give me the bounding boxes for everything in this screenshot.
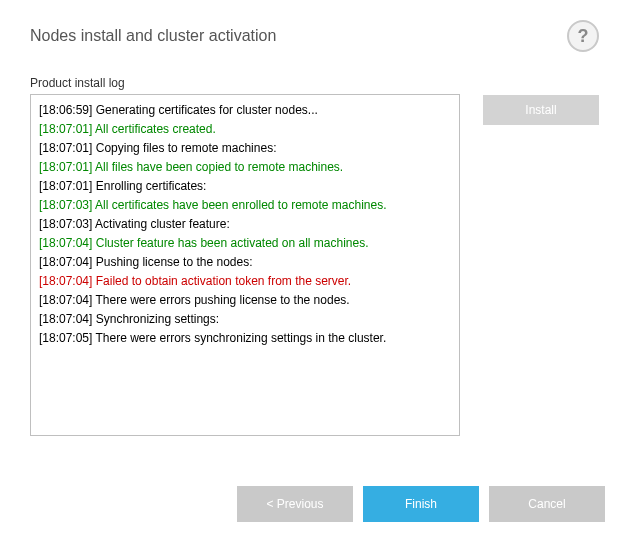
log-line: [18:07:01] All certificates created.	[39, 120, 451, 139]
log-line: [18:07:04] Failed to obtain activation t…	[39, 272, 451, 291]
cancel-button: Cancel	[489, 486, 605, 522]
log-line: [18:07:03] All certificates have been en…	[39, 196, 451, 215]
log-line: [18:07:01] All files have been copied to…	[39, 158, 451, 177]
log-line: [18:07:05] There were errors synchronizi…	[39, 329, 451, 348]
install-log[interactable]: [18:06:59] Generating certificates for c…	[30, 94, 460, 436]
wizard-buttons: < Previous Finish Cancel	[237, 486, 605, 522]
log-line: [18:07:03] Activating cluster feature:	[39, 215, 451, 234]
install-button: Install	[483, 95, 599, 125]
log-line: [18:07:04] There were errors pushing lic…	[39, 291, 451, 310]
finish-button[interactable]: Finish	[363, 486, 479, 522]
log-line: [18:07:01] Copying files to remote machi…	[39, 139, 451, 158]
log-line: [18:07:04] Cluster feature has been acti…	[39, 234, 451, 253]
log-label: Product install log	[30, 76, 465, 90]
help-button[interactable]: ?	[567, 20, 599, 52]
log-line: [18:07:04] Pushing license to the nodes:	[39, 253, 451, 272]
log-line: [18:06:59] Generating certificates for c…	[39, 101, 451, 120]
log-line: [18:07:04] Synchronizing settings:	[39, 310, 451, 329]
previous-button: < Previous	[237, 486, 353, 522]
help-icon: ?	[578, 26, 589, 47]
page-title: Nodes install and cluster activation	[30, 27, 276, 45]
log-line: [18:07:01] Enrolling certificates:	[39, 177, 451, 196]
